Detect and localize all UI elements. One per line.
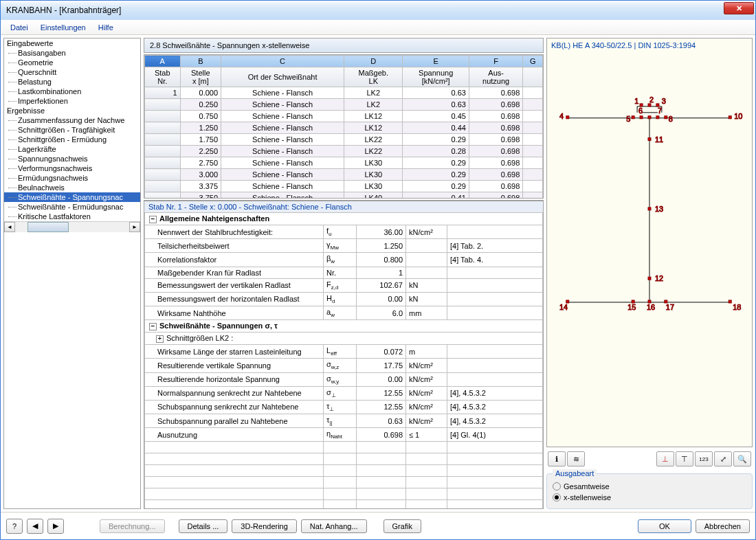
- section-row[interactable]: −Allgemeine Nahteigenschaften: [145, 213, 543, 225]
- table-row[interactable]: 2.750Schiene - FlanschLK300.290.698: [145, 157, 543, 169]
- radio-xstellen-row[interactable]: x-stellenweise: [553, 492, 746, 503]
- collapse-icon[interactable]: −: [149, 323, 157, 330]
- tree-item[interactable]: Kritische Lastfaktoren: [4, 212, 140, 221]
- expand-icon[interactable]: +: [156, 335, 164, 343]
- col-letter[interactable]: D: [344, 56, 403, 67]
- section-row[interactable]: −Schweißnähte - Spannungen σ, τ: [145, 320, 543, 333]
- tree-scroll-h[interactable]: ◄ ►: [4, 221, 140, 232]
- scroll-right-icon[interactable]: ►: [129, 222, 140, 232]
- scroll-left-icon[interactable]: ◄: [4, 222, 15, 232]
- legend-icon[interactable]: ≋: [567, 451, 585, 466]
- menu-datei[interactable]: Datei: [5, 21, 34, 34]
- col-header[interactable]: Spannung[kN/cm²]: [403, 67, 469, 87]
- prop-row[interactable]: Korrelationsfaktorβw0.800[4] Tab. 4.: [145, 253, 543, 267]
- grafik-button[interactable]: Grafik: [383, 519, 421, 533]
- view-123-icon[interactable]: 123: [695, 451, 713, 466]
- col-header[interactable]: StabNr.: [145, 67, 181, 87]
- prop-row[interactable]: Normalspannung senkrecht zur Nahtebeneσ⊥…: [145, 386, 543, 400]
- section-row[interactable]: +Schnittgrößen LK2 :: [145, 333, 543, 345]
- results-grid[interactable]: ABCDEFGStabNr.Stellex [m]Ort der Schweiß…: [144, 54, 544, 199]
- radio-xstellenweise-label: x-stellenweise: [564, 493, 611, 502]
- prop-row[interactable]: Wirksame Nahthöheaw6.0mm: [145, 306, 543, 319]
- prop-row[interactable]: Bemessungswert der horizontalen RadlastH…: [145, 292, 543, 306]
- prop-row[interactable]: Resultierende vertikale Spannungσw,z17.7…: [145, 359, 543, 372]
- main-panel: 2.8 Schweißnähte - Spannungen x-stellenw…: [144, 38, 544, 509]
- help-icon[interactable]: ?: [6, 519, 23, 534]
- nav-tree[interactable]: EingabewerteBasisangabenGeometrieQuersch…: [3, 38, 141, 509]
- tree-group[interactable]: Ergebnisse: [4, 106, 140, 115]
- tree-item[interactable]: Querschnitt: [4, 67, 140, 77]
- svg-rect-26: [648, 138, 651, 141]
- tree-item[interactable]: Lastkombinationen: [4, 87, 140, 96]
- zoom-icon[interactable]: 🔍: [733, 451, 751, 466]
- table-row[interactable]: 3.375Schiene - FlanschLK300.290.698: [145, 181, 543, 192]
- collapse-icon[interactable]: −: [149, 216, 157, 223]
- tree-item[interactable]: Schnittgrößen - Ermüdung: [4, 135, 140, 144]
- col-header[interactable]: Aus-nutzung: [469, 67, 522, 87]
- radio-gesamtweise[interactable]: [553, 482, 561, 491]
- next-icon[interactable]: ▶: [47, 519, 64, 534]
- tree-item[interactable]: Geometrie: [4, 58, 140, 67]
- nat-anhang-button[interactable]: Nat. Anhang...: [301, 519, 367, 533]
- col-letter[interactable]: G: [523, 56, 543, 67]
- table-row[interactable]: 1.250Schiene - FlanschLK120.440.698: [145, 122, 543, 134]
- col-header[interactable]: Ort der Schweißnaht: [221, 67, 344, 87]
- prop-row[interactable]: Maßgebender Kran für RadlastNr.1: [145, 267, 543, 278]
- table-row[interactable]: 10.000Schiene - FlanschLK20.630.698: [145, 87, 543, 99]
- close-button[interactable]: ✕: [724, 2, 754, 14]
- view-beam-icon[interactable]: ⊤: [676, 451, 693, 466]
- tree-group[interactable]: Eingabewerte: [4, 38, 140, 48]
- col-header[interactable]: Maßgeb.LK: [344, 67, 403, 87]
- tree-item[interactable]: Spannungsnachweis: [4, 154, 140, 164]
- col-header[interactable]: Stellex [m]: [180, 67, 221, 87]
- view-axes-icon[interactable]: ⤢: [714, 451, 732, 466]
- prop-row[interactable]: AusnutzungηNaht0.698≤ 1[4] Gl. 4(1): [145, 428, 543, 442]
- svg-rect-28: [648, 277, 651, 280]
- prop-row[interactable]: Schubspannung senkrecht zur Nahtebeneτ⊥1…: [145, 400, 543, 414]
- tree-item[interactable]: Imperfektionen: [4, 96, 140, 106]
- render-button[interactable]: 3D-Rendering: [232, 519, 296, 533]
- cross-section-diagram[interactable]: KB(L) HE A 340-50/22.5 | DIN 1025-3:1994: [546, 38, 753, 447]
- prop-row[interactable]: Resultierende horizontale Spannungσw,y0.…: [145, 372, 543, 386]
- details-button[interactable]: Details ...: [179, 519, 228, 533]
- menu-einstellungen[interactable]: Einstellungen: [35, 21, 91, 34]
- tree-item[interactable]: Schweißnähte - Ermüdungsnac: [4, 202, 140, 212]
- view-t-icon[interactable]: ⊥: [656, 451, 674, 466]
- tree-item[interactable]: Lagerkräfte: [4, 144, 140, 154]
- cancel-button[interactable]: Abbrechen: [696, 519, 750, 533]
- col-letter[interactable]: C: [221, 56, 344, 67]
- col-letter[interactable]: B: [180, 56, 221, 67]
- diagram-title: KB(L) HE A 340-50/22.5 | DIN 1025-3:1994: [547, 38, 752, 52]
- col-letter[interactable]: F: [469, 56, 522, 67]
- radio-gesamtweise-row[interactable]: Gesamtweise: [553, 481, 746, 492]
- tree-item[interactable]: Schweißnähte - Spannungsnac: [4, 192, 140, 202]
- tree-item[interactable]: Zusammenfassung der Nachwe: [4, 115, 140, 125]
- tree-item[interactable]: Belastung: [4, 77, 140, 87]
- table-row[interactable]: 1.750Schiene - FlanschLK220.290.698: [145, 134, 543, 146]
- tree-item[interactable]: Verformungsnachweis: [4, 164, 140, 173]
- tree-item[interactable]: Ermüdungsnachweis: [4, 173, 140, 183]
- prev-icon[interactable]: ◀: [27, 519, 43, 534]
- radio-xstellenweise[interactable]: [553, 493, 561, 502]
- menu-hilfe[interactable]: Hilfe: [93, 21, 119, 34]
- prop-row[interactable]: Schubspannung parallel zu Nahtebeneτ||0.…: [145, 414, 543, 428]
- ok-button[interactable]: OK: [638, 519, 691, 533]
- table-row[interactable]: 3.000Schiene - FlanschLK300.290.698: [145, 169, 543, 181]
- table-row[interactable]: 0.750Schiene - FlanschLK120.450.698: [145, 111, 543, 122]
- tree-item[interactable]: Beulnachweis: [4, 183, 140, 192]
- col-header[interactable]: [523, 67, 543, 87]
- scroll-thumb[interactable]: [27, 222, 69, 232]
- prop-row[interactable]: TeilsicherheitsbeiwertγMw1.250[4] Tab. 2…: [145, 239, 543, 253]
- col-letter[interactable]: A: [145, 56, 181, 67]
- info-icon[interactable]: ℹ: [548, 451, 566, 466]
- table-row[interactable]: 3.750Schiene - FlanschLK400.410.698: [145, 192, 543, 199]
- prop-row[interactable]: Wirksame Länge der starren Lasteinleitun…: [145, 345, 543, 359]
- prop-row[interactable]: Nennwert der Stahlbruchfestigkeit:fu36.0…: [145, 225, 543, 239]
- col-letter[interactable]: E: [403, 56, 469, 67]
- prop-row[interactable]: Bemessungswert der vertikalen RadlastFz,…: [145, 278, 543, 292]
- table-row[interactable]: 0.250Schiene - FlanschLK20.630.698: [145, 99, 543, 111]
- tree-item[interactable]: Schnittgrößen - Tragfähigkeit: [4, 125, 140, 135]
- tree-item[interactable]: Basisangaben: [4, 48, 140, 58]
- detail-grid[interactable]: Stab Nr. 1 - Stelle x: 0.000 - Schweißna…: [144, 200, 544, 509]
- table-row[interactable]: 2.250Schiene - FlanschLK220.280.698: [145, 146, 543, 157]
